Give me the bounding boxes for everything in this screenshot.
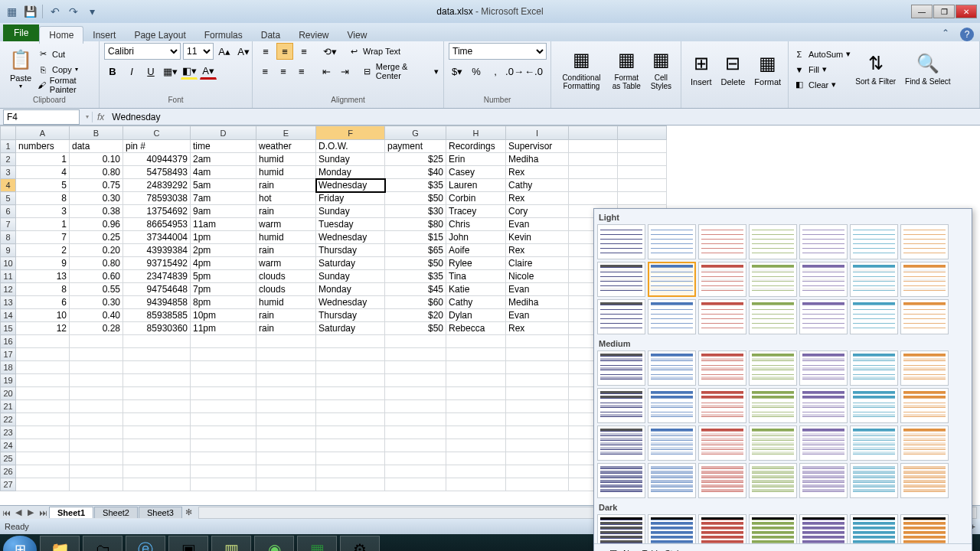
row-header-15[interactable]: 15 [1,322,16,335]
cell-F3[interactable]: Monday [316,166,385,179]
cell-E11[interactable]: clouds [256,270,316,283]
cell-I5[interactable]: Rex [506,192,569,205]
cell-E24[interactable] [256,439,316,452]
cell-G27[interactable] [385,478,446,491]
app-taskbar-icon[interactable]: ▣ [168,536,208,551]
cell-C26[interactable] [123,465,191,478]
row-header-25[interactable]: 25 [1,452,16,465]
orientation-icon[interactable]: ⟲▾ [322,43,338,60]
cell-I16[interactable] [506,335,569,348]
cell-I18[interactable] [506,361,569,374]
table-style-light-0-0[interactable] [597,224,645,259]
cell-A1[interactable]: numbers [16,140,70,153]
close-button[interactable]: ✕ [956,5,977,18]
cell-H6[interactable]: Tracey [446,205,506,218]
cell-I12[interactable]: Evan [506,283,569,296]
table-style-light-0-2[interactable] [698,224,746,259]
table-style-light-1-5[interactable] [850,262,898,297]
cell-B2[interactable]: 0.10 [70,153,123,166]
cell-B10[interactable]: 0.80 [70,257,123,270]
cell-F2[interactable]: Sunday [316,153,385,166]
cell-G16[interactable] [385,335,446,348]
row-header-10[interactable]: 10 [1,257,16,270]
col-header-A[interactable]: A [16,126,70,140]
tool-taskbar-icon[interactable]: ⚙ [340,536,380,551]
border-button[interactable]: ▦▾ [162,63,178,80]
font-name-select[interactable]: Calibri [104,43,181,60]
cell-D27[interactable] [191,478,256,491]
cell-H17[interactable] [446,348,506,361]
table-style-light-2-3[interactable] [749,299,797,334]
cell-A2[interactable]: 1 [16,153,70,166]
cell-F1[interactable]: D.O.W. [316,140,385,153]
ie-taskbar-icon[interactable]: ⓔ [126,536,165,551]
cell-E8[interactable]: humid [256,231,316,244]
cell-E21[interactable] [256,400,316,413]
cell-D3[interactable]: 4am [191,166,256,179]
cell-F22[interactable] [316,413,385,426]
cell-I10[interactable]: Claire [506,257,569,270]
cell-F26[interactable] [316,465,385,478]
table-style-light-0-4[interactable] [799,224,848,259]
row-header-12[interactable]: 12 [1,283,16,296]
cell-B21[interactable] [70,400,123,413]
cell-E9[interactable]: rain [256,244,316,257]
table-style-medium-3-2[interactable] [698,463,746,498]
cell-G2[interactable]: $25 [385,153,446,166]
row-header-3[interactable]: 3 [1,166,16,179]
cell-B12[interactable]: 0.55 [70,283,123,296]
cell-G19[interactable] [385,374,446,387]
table-style-medium-2-0[interactable] [597,425,645,461]
cell-H9[interactable]: Aoife [446,244,506,257]
decrease-indent-icon[interactable]: ⇤ [318,63,335,80]
cell-A18[interactable] [16,361,70,374]
row-header-7[interactable]: 7 [1,218,16,231]
cell-E10[interactable]: warm [256,257,316,270]
libraries-taskbar-icon[interactable]: 🗂 [83,536,122,551]
cell-D20[interactable] [191,387,256,400]
cell-G22[interactable] [385,413,446,426]
row-header-6[interactable]: 6 [1,205,16,218]
cell-E2[interactable]: humid [256,153,316,166]
cell-H7[interactable]: Chris [446,218,506,231]
cell-F13[interactable]: Wednesday [316,296,385,309]
cell-A3[interactable]: 4 [16,166,70,179]
cell-G10[interactable]: $50 [385,257,446,270]
cell-D1[interactable]: time [191,140,256,153]
cell-C22[interactable] [123,413,191,426]
table-style-light-1-1[interactable] [648,262,696,297]
cell-I4[interactable]: Cathy [506,179,569,192]
qat-customize-icon[interactable]: ▾ [83,3,100,20]
table-style-medium-0-1[interactable] [648,350,696,386]
cell-F23[interactable] [316,426,385,439]
cell-E23[interactable] [256,426,316,439]
table-style-medium-2-3[interactable] [749,425,797,461]
cell-C13[interactable]: 94394858 [123,296,191,309]
cell-D6[interactable]: 9am [191,205,256,218]
cell-D26[interactable] [191,465,256,478]
cell-G23[interactable] [385,426,446,439]
new-table-style-item[interactable]: ▦New Table Style... [594,544,972,551]
format-cells-button[interactable]: ▦Format [750,44,786,95]
cell-D9[interactable]: 2pm [191,244,256,257]
cell-C5[interactable]: 78593038 [123,192,191,205]
col-header-G[interactable]: G [385,126,446,140]
cell-C25[interactable] [123,452,191,465]
font-size-select[interactable]: 11 [183,43,214,60]
cell-I9[interactable]: Rex [506,244,569,257]
row-header-16[interactable]: 16 [1,335,16,348]
cell-H21[interactable] [446,400,506,413]
cell-H10[interactable]: Rylee [446,257,506,270]
cell-H11[interactable]: Tina [446,270,506,283]
cell-G7[interactable]: $80 [385,218,446,231]
table-style-medium-1-4[interactable] [799,388,848,423]
cell-H2[interactable]: Erin [446,153,506,166]
cell-B24[interactable] [70,439,123,452]
cell-G8[interactable]: $15 [385,231,446,244]
currency-icon[interactable]: $▾ [449,63,466,80]
cell-C23[interactable] [123,426,191,439]
cell-H18[interactable] [446,361,506,374]
cell-H4[interactable]: Lauren [446,179,506,192]
excel-icon[interactable]: ▦ [3,3,20,20]
table-style-dark-0-2[interactable] [698,514,746,543]
